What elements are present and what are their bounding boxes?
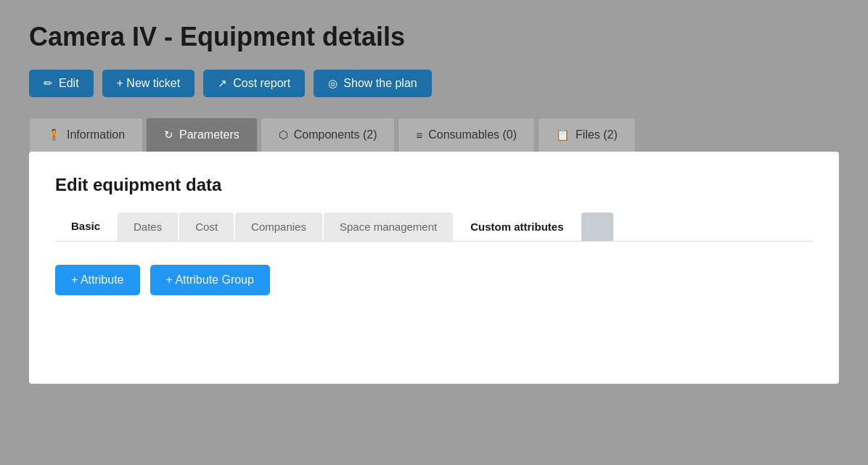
inner-tab-custom-attributes[interactable]: Custom attributes — [454, 213, 579, 241]
add-attribute-group-button[interactable]: + Attribute Group — [150, 265, 270, 295]
inner-tab-space-management[interactable]: Space management — [324, 213, 453, 241]
page-title: Camera IV - Equipment details — [29, 22, 839, 52]
add-attribute-button[interactable]: + Attribute — [55, 265, 140, 295]
tab-parameters[interactable]: ↻ Parameters — [146, 118, 258, 152]
tab-components[interactable]: ⬡ Components (2) — [261, 118, 396, 152]
modal-card: Edit equipment data Basic Dates Cost Com… — [29, 152, 839, 384]
inner-tabs: Basic Dates Cost Companies Space managem… — [55, 213, 813, 242]
inner-tab-cost[interactable]: Cost — [179, 213, 234, 241]
consumables-icon: ≡ — [416, 129, 422, 141]
tab-information[interactable]: 🧍 Information — [29, 118, 143, 152]
toolbar: ✏ Edit + New ticket ↗ Cost report ◎ Show… — [29, 70, 839, 97]
location-icon: ◎ — [328, 77, 337, 90]
modal-title: Edit equipment data — [55, 175, 813, 195]
edit-icon: ✏ — [44, 77, 53, 90]
inner-tab-companies[interactable]: Companies — [235, 213, 322, 241]
nav-tabs: 🧍 Information ↻ Parameters ⬡ Components … — [29, 118, 839, 152]
information-icon: 🧍 — [47, 128, 61, 141]
tab-consumables[interactable]: ≡ Consumables (0) — [398, 118, 535, 152]
cost-report-icon: ↗ — [218, 77, 227, 90]
components-icon: ⬡ — [279, 128, 288, 141]
edit-button[interactable]: ✏ Edit — [29, 70, 94, 97]
inner-tab-overflow[interactable] — [581, 213, 613, 241]
action-buttons: + Attribute + Attribute Group — [55, 265, 813, 295]
tab-files[interactable]: 📋 Files (2) — [538, 118, 636, 152]
parameters-icon: ↻ — [164, 128, 173, 141]
inner-tab-dates[interactable]: Dates — [118, 213, 178, 241]
show-plan-button[interactable]: ◎ Show the plan — [314, 70, 431, 97]
new-ticket-button[interactable]: + New ticket — [102, 70, 195, 97]
files-icon: 📋 — [556, 128, 570, 141]
inner-tab-basic[interactable]: Basic — [55, 213, 116, 241]
cost-report-button[interactable]: ↗ Cost report — [203, 70, 305, 97]
